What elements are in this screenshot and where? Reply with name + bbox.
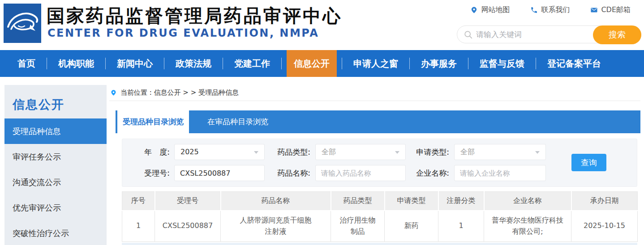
envelope-icon [590, 6, 598, 14]
year-select-value: 2025 [180, 148, 199, 156]
page-header: 国家药品监督管理局药品审评中心 CENTER FOR DRUG EVALUATI… [0, 0, 644, 50]
nav-separator [536, 58, 536, 69]
table-header-row: 序号 受理号 药品名称 药品类型 申请类型 注册分类 企业名称 承办日期 [122, 192, 638, 211]
nav-item-functions[interactable]: 机构职能 [52, 50, 100, 77]
filter-panel: 年 度: 2025 药品类型: 全部 申请类型: 全部 受理号: 药品名称: 企… [122, 139, 637, 187]
nav-separator [105, 58, 106, 69]
apply-type-label: 申请类型: [409, 144, 449, 160]
cde-logo [4, 4, 41, 43]
location-pin-icon [110, 89, 117, 97]
header-links: 网站地图 联系我们 CDE邮箱 [470, 5, 631, 15]
tab-accepted-catalog[interactable]: 受理品种目录浏览 [117, 110, 189, 133]
page-subtitle: CENTER FOR DRUG EVALUATION, NMPA [47, 27, 319, 39]
drug-type-select-value: 全部 [322, 148, 336, 156]
site-search: 搜索 [457, 25, 641, 43]
nav-separator [164, 58, 164, 69]
main-nav: 首页 机构职能 新闻中心 政策法规 党建工作 信息公开 申请人之窗 办事服务 监… [0, 50, 644, 77]
apply-type-select-value: 全部 [460, 148, 475, 156]
fish-swoosh-icon [4, 4, 41, 43]
contact-link[interactable]: 联系我们 [530, 5, 570, 15]
col-header-drug-name: 药品名称 [221, 192, 331, 211]
phone-icon [530, 6, 538, 14]
company-name-label: 企业名称: [409, 165, 449, 181]
cde-mail-link-label: CDE邮箱 [601, 5, 631, 15]
year-label: 年 度: [127, 144, 170, 160]
chevron-down-icon [254, 151, 258, 154]
nav-separator [281, 58, 282, 69]
cell-index: 1 [122, 211, 155, 242]
nav-item-supervision[interactable]: 监督与反馈 [473, 50, 531, 77]
nav-separator [409, 58, 410, 69]
chevron-down-icon [535, 151, 540, 154]
nav-separator [223, 58, 223, 69]
query-button[interactable]: 查询 [571, 154, 606, 171]
cell-apply-type: 新药 [385, 211, 438, 242]
nav-item-applicant-window[interactable]: 申请人之窗 [347, 50, 404, 77]
search-button[interactable]: 搜索 [593, 25, 641, 44]
col-header-registration-class: 注册分类 [438, 192, 484, 211]
bottom-section-strip [122, 243, 637, 245]
cell-registration-class: 1 [438, 211, 484, 242]
sidebar-item-review-tasks[interactable]: 审评任务公示 [4, 144, 107, 169]
nav-separator [342, 58, 342, 69]
drug-name-label: 药品名称: [270, 165, 310, 181]
nav-item-party-building[interactable]: 党建工作 [228, 50, 276, 77]
cell-acceptance-no: CXSL2500887 [155, 211, 221, 242]
tab-under-review-catalog[interactable]: 在审品种目录浏览 [189, 110, 287, 133]
sidebar: 信息公开 受理品种信息 审评任务公示 沟通交流公示 优先审评公示 突破性治疗公示 [4, 85, 107, 245]
sidebar-item-breakthrough-therapy[interactable]: 突破性治疗公示 [4, 220, 107, 245]
results-table: 序号 受理号 药品名称 药品类型 申请类型 注册分类 企业名称 承办日期 1 C… [122, 191, 638, 242]
main-content: 当前位置 : 信息公开 > > 受理品种信息 受理品种目录浏览 在审品种目录浏览… [109, 85, 644, 245]
cde-mail-link[interactable]: CDE邮箱 [590, 5, 631, 15]
apply-type-select[interactable]: 全部 [454, 144, 546, 160]
col-header-acceptance-no: 受理号 [155, 192, 221, 211]
cell-drug-type: 治疗用生物制品 [331, 211, 385, 242]
col-header-undertake-date: 承办日期 [571, 192, 638, 211]
nav-item-home[interactable]: 首页 [11, 50, 42, 77]
year-select[interactable]: 2025 [174, 144, 265, 160]
nav-separator [468, 58, 468, 69]
sidebar-title: 信息公开 [4, 85, 107, 118]
sidebar-item-accepted-varieties[interactable]: 受理品种信息 [4, 118, 107, 144]
page-title: 国家药品监督管理局药品审评中心 [47, 4, 342, 28]
tab-bar: 受理品种目录浏览 在审品种目录浏览 [116, 110, 640, 133]
search-icon [464, 30, 473, 40]
cell-company: 普华赛尔生物医疗科技有限公司; [484, 211, 571, 242]
nav-item-registration-platform[interactable]: 登记备案平台 [541, 50, 607, 77]
contact-link-label: 联系我们 [541, 5, 570, 15]
col-header-drug-type: 药品类型 [331, 192, 385, 211]
company-name-input[interactable] [454, 165, 546, 181]
location-pin-icon [470, 6, 478, 14]
drug-name-input[interactable] [315, 165, 406, 181]
acceptance-no-input[interactable] [174, 165, 265, 181]
acceptance-no-label: 受理号: [127, 165, 170, 181]
col-header-index: 序号 [122, 192, 155, 211]
nav-separator [47, 58, 47, 69]
nav-item-policies[interactable]: 政策法规 [169, 50, 218, 77]
sitemap-link-label: 网站地图 [481, 5, 510, 15]
nav-item-info-disclosure[interactable]: 信息公开 [287, 50, 337, 77]
nav-item-news[interactable]: 新闻中心 [111, 50, 159, 77]
table-row: 1 CXSL2500887 人脐带源间充质干细胞注射液 治疗用生物制品 新药 1… [122, 211, 638, 242]
sidebar-item-communication[interactable]: 沟通交流公示 [4, 169, 107, 195]
drug-type-select[interactable]: 全部 [315, 144, 406, 160]
search-input[interactable] [476, 26, 588, 42]
cell-undertake-date: 2025-10-15 [571, 211, 638, 242]
breadcrumb-text: 当前位置 : 信息公开 > > 受理品种信息 [120, 89, 239, 97]
cell-drug-name: 人脐带源间充质干细胞注射液 [221, 211, 331, 242]
sitemap-link[interactable]: 网站地图 [470, 5, 510, 15]
col-header-company: 企业名称 [484, 192, 571, 211]
drug-type-label: 药品类型: [270, 144, 310, 160]
breadcrumb: 当前位置 : 信息公开 > > 受理品种信息 [109, 85, 640, 101]
col-header-apply-type: 申请类型 [385, 192, 438, 211]
sidebar-item-priority-review[interactable]: 优先审评公示 [4, 195, 107, 220]
chevron-down-icon [395, 151, 399, 154]
nav-item-services[interactable]: 办事服务 [415, 50, 463, 77]
